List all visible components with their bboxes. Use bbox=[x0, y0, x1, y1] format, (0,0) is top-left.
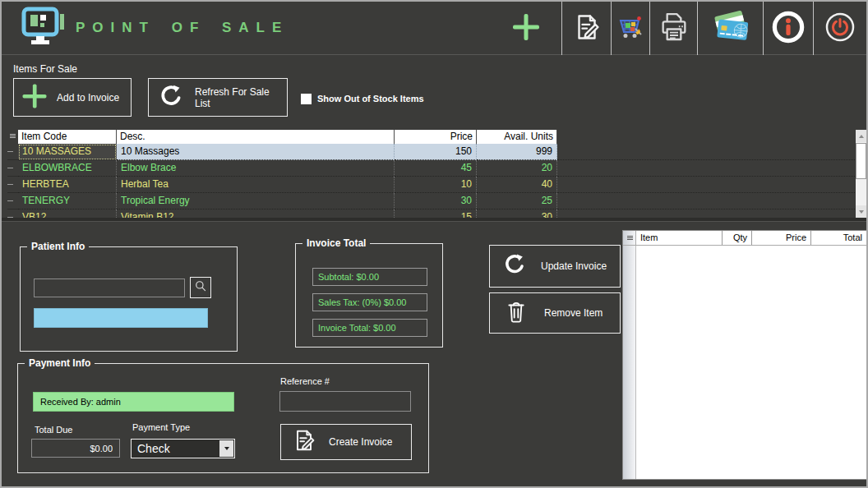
cell-item-code: 10 MASSAGES bbox=[18, 144, 117, 160]
refresh-for-sale-list-button[interactable]: Refresh For Sale List bbox=[148, 78, 288, 117]
remove-item-button[interactable]: Remove Item bbox=[489, 292, 621, 334]
table-row[interactable]: HERBTEA Herbal Tea 10 40 bbox=[7, 177, 866, 193]
row-selector[interactable] bbox=[7, 160, 18, 177]
grid-corner-cell bbox=[623, 231, 636, 245]
cell-avail-units: 30 bbox=[477, 209, 557, 218]
column-header-qty[interactable]: Qty bbox=[723, 231, 752, 245]
app-title: POINT OF SALE bbox=[76, 20, 289, 36]
invoice-section: Patient Info Invoice Total Subtotal: $0.… bbox=[2, 221, 866, 486]
shopping-cart-icon bbox=[616, 12, 645, 45]
patient-search-input[interactable] bbox=[34, 279, 185, 297]
subtotal-display: Subtotal: $0.00 bbox=[312, 268, 427, 286]
add-new-button[interactable] bbox=[491, 2, 561, 55]
monitor-logo-icon bbox=[21, 7, 66, 53]
pos-window: POINT OF SALE bbox=[0, 0, 868, 488]
cell-price: 150 bbox=[395, 144, 477, 160]
scrollbar-thumb[interactable] bbox=[856, 143, 866, 179]
column-header-price[interactable]: Price bbox=[395, 130, 477, 144]
row-filler bbox=[557, 193, 866, 209]
power-icon bbox=[824, 11, 856, 47]
app-header: POINT OF SALE bbox=[2, 2, 866, 55]
column-header-total[interactable]: Total bbox=[811, 231, 866, 245]
cell-item-code: VB12 bbox=[18, 209, 117, 218]
edit-invoice-icon bbox=[571, 12, 603, 46]
scroll-down-arrow-icon[interactable] bbox=[856, 205, 866, 218]
payment-info-groupbox: Payment Info Received By: admin Total Du… bbox=[17, 363, 429, 473]
table-row-selected[interactable]: 10 MASSAGES 10 Massages 150 999 bbox=[7, 144, 866, 160]
column-header-avail-units[interactable]: Avail. Units bbox=[477, 130, 557, 144]
groupbox-label: Patient Info bbox=[27, 241, 89, 252]
groupbox-label: Invoice Total bbox=[302, 237, 370, 249]
row-filler bbox=[557, 177, 866, 193]
search-icon bbox=[193, 279, 208, 297]
cell-avail-units: 25 bbox=[477, 193, 557, 209]
grid-handle-icon bbox=[10, 134, 16, 135]
grid-handle-icon bbox=[627, 236, 633, 237]
section-label: Items For Sale bbox=[13, 63, 77, 75]
button-label: Refresh For Sale List bbox=[195, 86, 287, 109]
cell-price: 10 bbox=[395, 177, 477, 193]
toolbar bbox=[491, 2, 866, 55]
shopping-cart-button[interactable] bbox=[611, 2, 649, 55]
cell-desc: 10 Massages bbox=[117, 144, 395, 160]
total-due-label: Total Due bbox=[35, 425, 72, 435]
trash-icon bbox=[505, 299, 528, 327]
total-due-field[interactable] bbox=[31, 439, 120, 458]
cell-price: 30 bbox=[395, 193, 477, 209]
dropdown-arrow-button[interactable] bbox=[219, 440, 233, 457]
payment-type-label: Payment Type bbox=[132, 422, 190, 432]
row-selector[interactable] bbox=[7, 193, 18, 209]
power-button[interactable] bbox=[813, 2, 866, 55]
refresh-icon bbox=[157, 82, 185, 113]
table-row[interactable]: TENERGY Tropical Energy 30 25 bbox=[7, 193, 866, 209]
plus-icon bbox=[510, 11, 542, 47]
grid-header-filler bbox=[557, 130, 866, 144]
row-selector[interactable] bbox=[7, 144, 18, 160]
button-label: Add to Invoice bbox=[57, 92, 119, 104]
current-invoice-grid: Item Qty Price Total bbox=[622, 230, 867, 480]
cell-avail-units: 40 bbox=[477, 177, 557, 193]
update-invoice-button[interactable]: Update Invoice bbox=[489, 245, 621, 288]
create-invoice-button[interactable]: Create Invoice bbox=[280, 424, 412, 460]
row-filler bbox=[557, 144, 866, 160]
chevron-down-icon bbox=[224, 447, 229, 450]
checkbox-label: Show Out of Stock Items bbox=[317, 94, 424, 104]
print-button[interactable] bbox=[649, 2, 697, 55]
add-to-invoice-button[interactable]: Add to Invoice bbox=[13, 78, 132, 117]
cell-item-code: ELBOWBRACE bbox=[18, 160, 117, 177]
payment-cards-button[interactable] bbox=[697, 2, 763, 55]
cell-item-code: TENERGY bbox=[18, 193, 117, 209]
payment-type-dropdown[interactable]: Check bbox=[131, 439, 235, 458]
grid-header-row: Item Qty Price Total bbox=[623, 231, 866, 246]
cell-desc: Vitamin B12 bbox=[117, 209, 395, 218]
column-header-desc[interactable]: Desc. bbox=[117, 130, 395, 144]
invoice-total-display: Invoice Total: $0.00 bbox=[312, 319, 427, 337]
patient-name-display bbox=[34, 308, 208, 328]
grid-vertical-scrollbar[interactable] bbox=[856, 130, 866, 218]
grid-corner-cell bbox=[7, 130, 18, 144]
row-selector[interactable] bbox=[7, 209, 18, 218]
cell-item-code: HERBTEA bbox=[18, 177, 117, 193]
show-out-of-stock-checkbox[interactable] bbox=[301, 94, 312, 104]
invoice-total-groupbox: Invoice Total Subtotal: $0.00 Sales Tax:… bbox=[295, 243, 443, 348]
sales-tax-display: Sales Tax: (0%) $0.00 bbox=[312, 293, 427, 311]
patient-search-button[interactable] bbox=[190, 277, 211, 298]
patient-info-groupbox: Patient Info bbox=[20, 246, 238, 352]
column-header-price[interactable]: Price bbox=[752, 231, 811, 245]
row-selector[interactable] bbox=[7, 177, 18, 193]
items-for-sale-section: Items For Sale Add to Invoice Refresh Fo… bbox=[2, 56, 866, 130]
column-header-item-code[interactable]: Item Code bbox=[18, 130, 117, 144]
reference-number-field[interactable] bbox=[279, 391, 411, 412]
table-row[interactable]: ELBOWBRACE Elbow Brace 45 20 bbox=[7, 160, 866, 177]
row-selector-column bbox=[623, 246, 636, 479]
edit-invoice-button[interactable] bbox=[561, 2, 611, 55]
table-row[interactable]: VB12 Vitamin B12 15 30 bbox=[7, 209, 866, 218]
column-header-item[interactable]: Item bbox=[636, 231, 723, 245]
cell-price: 45 bbox=[395, 160, 477, 177]
cell-desc: Elbow Brace bbox=[117, 160, 395, 177]
cell-avail-units: 20 bbox=[477, 160, 557, 177]
info-button[interactable] bbox=[763, 2, 813, 55]
received-by-display: Received By: admin bbox=[33, 392, 234, 412]
cell-price: 15 bbox=[395, 209, 477, 218]
scroll-up-arrow-icon[interactable] bbox=[856, 130, 866, 142]
